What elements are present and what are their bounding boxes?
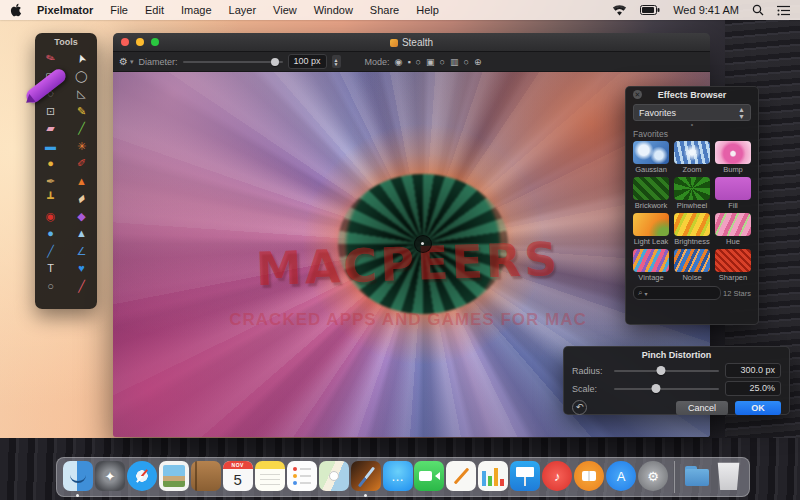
effect-brightness-thumbnail[interactable] (674, 213, 710, 236)
tool-red-eye[interactable]: ◉ (35, 208, 66, 226)
dock-downloads-icon[interactable] (682, 460, 711, 494)
spotlight-search-icon[interactable] (752, 4, 764, 16)
menu-clock[interactable]: Wed 9:41 AM (673, 4, 739, 16)
window-title-bar[interactable]: Stealth (113, 33, 710, 52)
effect-bump-thumbnail[interactable] (715, 141, 751, 164)
dock-sysprefs-icon[interactable]: ⚙ (638, 460, 667, 494)
menu-item-view[interactable]: View (273, 4, 297, 16)
mode-add-icon[interactable]: ▣ (426, 57, 435, 67)
scale-value-field[interactable]: 25.0% (725, 381, 781, 396)
effect-noise-thumbnail[interactable] (674, 249, 710, 272)
effect-pinwheel[interactable]: Pinwheel (674, 177, 710, 210)
dock-photos-icon[interactable] (159, 460, 188, 494)
tool-brush[interactable]: ✒ (35, 173, 66, 191)
dock-ibooks-icon[interactable] (574, 460, 603, 494)
effect-fill-thumbnail[interactable] (715, 177, 751, 200)
dock-messages-icon[interactable]: … (383, 460, 412, 494)
menu-item-help[interactable]: Help (416, 4, 439, 16)
effect-vintage[interactable]: Vintage (633, 249, 669, 282)
dock-facetime-icon[interactable] (414, 460, 443, 494)
tool-sponge[interactable]: ● (35, 155, 66, 173)
menu-item-pixelmator[interactable]: Pixelmator (37, 4, 93, 16)
tool-eraser[interactable]: ▰ (35, 120, 66, 138)
dock-safari-icon[interactable] (127, 460, 156, 494)
tool-type[interactable]: T (35, 260, 66, 278)
dock-itunes-icon[interactable]: ♪ (542, 460, 571, 494)
notification-center-icon[interactable] (777, 5, 790, 16)
menu-item-share[interactable]: Share (370, 4, 399, 16)
cancel-button[interactable]: Cancel (676, 401, 728, 415)
tool-paint-bucket[interactable]: ▬ (35, 138, 66, 156)
tool-elliptical-marquee[interactable]: ◯ (66, 68, 97, 86)
dock-pages-icon[interactable] (446, 460, 475, 494)
tool-healing[interactable]: ▰ (66, 190, 97, 208)
effect-light-leak-thumbnail[interactable] (633, 213, 669, 236)
tool-pencil[interactable]: ✎ (66, 103, 97, 121)
tool-zoom[interactable]: ○ (35, 278, 66, 296)
tool-shape[interactable]: ♥ (66, 260, 97, 278)
tool-slice[interactable]: ╱ (66, 278, 97, 296)
effect-zoom-thumbnail[interactable] (674, 141, 710, 164)
effect-vintage-thumbnail[interactable] (633, 249, 669, 272)
effect-brickwork-thumbnail[interactable] (633, 177, 669, 200)
mode-subtract-radio-icon[interactable]: ○ (440, 57, 445, 67)
mode-add-radio-icon[interactable]: ○ (416, 57, 421, 67)
radius-value-field[interactable]: 300.0 px (725, 363, 781, 378)
tool-blur[interactable]: ● (35, 225, 66, 243)
mode-intersect-radio-icon[interactable]: ○ (464, 57, 469, 67)
apple-menu-icon[interactable] (10, 3, 23, 18)
effect-zoom[interactable]: Zoom (674, 141, 710, 174)
battery-icon[interactable] (640, 5, 660, 15)
dock-keynote-icon[interactable] (510, 460, 539, 494)
dock-trash-icon[interactable] (714, 460, 743, 494)
dock-reminders-icon[interactable] (287, 460, 316, 494)
effect-sharpen[interactable]: Sharpen (715, 249, 751, 282)
effect-pinwheel-thumbnail[interactable] (674, 177, 710, 200)
dock-numbers-icon[interactable] (478, 460, 507, 494)
effect-bump[interactable]: Bump (715, 141, 751, 174)
reset-button[interactable]: ↶ (572, 400, 587, 415)
dock-maps-icon[interactable] (319, 460, 348, 494)
mode-intersect-icon[interactable]: ⊕ (474, 57, 482, 67)
tool-polygonal-lasso[interactable]: ◺ (66, 85, 97, 103)
dock-calendar-icon[interactable]: NOV5 (223, 460, 252, 494)
dock-contacts-icon[interactable] (191, 460, 220, 494)
effects-category-dropdown[interactable]: Favorites ▲▼ (633, 104, 751, 121)
tool-smudge[interactable]: ╱ (35, 243, 66, 261)
tool-color-picker[interactable]: ✐ (66, 155, 97, 173)
mode-normal-radio-icon[interactable]: ◉ (395, 57, 403, 67)
mode-normal-icon[interactable]: ▪ (407, 57, 410, 67)
effect-light-leak[interactable]: Light Leak (633, 213, 669, 246)
scale-slider[interactable] (614, 384, 719, 394)
tool-pixel-pencil[interactable]: ╱ (66, 120, 97, 138)
tool-clone-stamp[interactable]: ┻ (35, 190, 66, 208)
tool-gradient[interactable]: ✳ (66, 138, 97, 156)
effect-noise[interactable]: Noise (674, 249, 710, 282)
dock-notes-icon[interactable] (255, 460, 284, 494)
mode-subtract-icon[interactable]: ▥ (450, 57, 459, 67)
effect-hue[interactable]: Hue (715, 213, 751, 246)
effect-gaussian-thumbnail[interactable] (633, 141, 669, 164)
tool-crop[interactable]: ⊡ (35, 103, 66, 121)
tool-measure[interactable]: ∠ (66, 243, 97, 261)
dock-finder-icon[interactable] (63, 460, 92, 494)
diameter-stepper[interactable]: ▲▼ (332, 55, 341, 68)
dock-launchpad-icon[interactable]: ✦ (95, 460, 124, 494)
tool-burn[interactable]: ▲ (66, 173, 97, 191)
effect-sharpen-thumbnail[interactable] (715, 249, 751, 272)
menu-item-window[interactable]: Window (314, 4, 353, 16)
menu-item-image[interactable]: Image (181, 4, 212, 16)
effect-brickwork[interactable]: Brickwork (633, 177, 669, 210)
effect-gaussian[interactable]: Gaussian (633, 141, 669, 174)
tool-sharpen[interactable]: ▲ (66, 225, 97, 243)
menu-item-edit[interactable]: Edit (145, 4, 164, 16)
tool-color-stroke[interactable]: ✎ (35, 50, 66, 68)
tool-move[interactable]: ➤ (66, 50, 97, 68)
diameter-slider[interactable] (183, 57, 283, 67)
dock-appstore-icon[interactable]: A (606, 460, 635, 494)
tool-gem[interactable]: ◆ (66, 208, 97, 226)
menu-item-layer[interactable]: Layer (229, 4, 257, 16)
radius-slider[interactable] (614, 366, 719, 376)
ok-button[interactable]: OK (735, 401, 781, 415)
dock-pixelmator-icon[interactable] (351, 460, 380, 494)
